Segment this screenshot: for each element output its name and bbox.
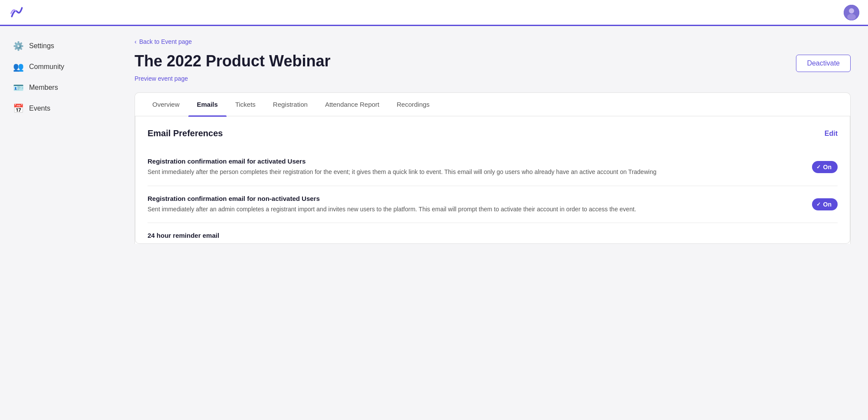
- check-icon: ✓: [816, 164, 821, 170]
- svg-point-1: [849, 8, 854, 13]
- tab-tickets[interactable]: Tickets: [227, 93, 264, 116]
- email-item-nonactivated-desc: Sent immediately after an admin complete…: [148, 205, 803, 214]
- page-header: The 2022 Product Webinar Deactivate: [135, 52, 851, 72]
- tab-recordings[interactable]: Recordings: [388, 93, 438, 116]
- page-title: The 2022 Product Webinar: [135, 52, 330, 70]
- user-avatar[interactable]: [844, 5, 859, 20]
- tab-attendance-report[interactable]: Attendance Report: [316, 93, 388, 116]
- community-icon: 👥: [13, 62, 24, 72]
- layout: ⚙️ Settings 👥 Community 🪪 Members 📅 Even…: [0, 0, 868, 420]
- chevron-left-icon: ‹: [135, 38, 137, 45]
- edit-button[interactable]: Edit: [825, 130, 838, 138]
- tabs-container: Overview Emails Tickets Registration Att…: [135, 92, 851, 244]
- svg-point-2: [847, 14, 856, 20]
- email-item-nonactivated-content: Registration confirmation email for non-…: [148, 195, 803, 214]
- tab-overview[interactable]: Overview: [144, 93, 188, 116]
- email-item-activated-desc: Sent immediately after the person comple…: [148, 167, 803, 177]
- settings-icon: ⚙️: [13, 41, 24, 51]
- section-title: Email Preferences: [148, 128, 223, 138]
- tab-registration[interactable]: Registration: [264, 93, 316, 116]
- email-item-activated-title: Registration confirmation email for acti…: [148, 158, 803, 165]
- sidebar: ⚙️ Settings 👥 Community 🪪 Members 📅 Even…: [0, 26, 117, 420]
- email-item-nonactivated: Registration confirmation email for non-…: [148, 186, 838, 223]
- card-header: Email Preferences Edit: [148, 128, 838, 138]
- sidebar-item-community[interactable]: 👥 Community: [7, 57, 110, 76]
- sidebar-item-settings-label: Settings: [29, 42, 54, 50]
- tabs: Overview Emails Tickets Registration Att…: [135, 93, 850, 116]
- back-to-event-link[interactable]: ‹ Back to Event page: [135, 38, 851, 45]
- toggle-activated-label: On: [823, 164, 832, 171]
- main-content: ‹ Back to Event page The 2022 Product We…: [117, 26, 868, 420]
- preview-event-link[interactable]: Preview event page: [135, 75, 188, 82]
- sidebar-item-settings[interactable]: ⚙️ Settings: [7, 36, 110, 56]
- email-item-24h-title: 24 hour reminder email: [148, 232, 838, 239]
- sidebar-item-events[interactable]: 📅 Events: [7, 99, 110, 118]
- tab-emails[interactable]: Emails: [188, 93, 227, 116]
- toggle-nonactivated-label: On: [823, 201, 832, 208]
- back-link-label: Back to Event page: [139, 38, 192, 45]
- email-preferences-card: Email Preferences Edit Registration conf…: [135, 116, 850, 244]
- toggle-activated[interactable]: ✓ On: [812, 161, 838, 173]
- sidebar-item-members[interactable]: 🪪 Members: [7, 78, 110, 97]
- topnav: [0, 0, 868, 26]
- toggle-nonactivated[interactable]: ✓ On: [812, 198, 838, 210]
- email-item-24h-partial: 24 hour reminder email: [148, 223, 838, 243]
- email-item-nonactivated-title: Registration confirmation email for non-…: [148, 195, 803, 202]
- logo[interactable]: [9, 5, 24, 20]
- sidebar-item-community-label: Community: [29, 63, 64, 71]
- email-item-activated: Registration confirmation email for acti…: [148, 149, 838, 186]
- events-icon: 📅: [13, 103, 24, 114]
- members-icon: 🪪: [13, 82, 24, 93]
- email-item-activated-content: Registration confirmation email for acti…: [148, 158, 803, 177]
- check-icon-2: ✓: [816, 201, 821, 207]
- sidebar-item-events-label: Events: [29, 105, 50, 112]
- sidebar-item-members-label: Members: [29, 84, 58, 92]
- deactivate-button[interactable]: Deactivate: [796, 55, 851, 72]
